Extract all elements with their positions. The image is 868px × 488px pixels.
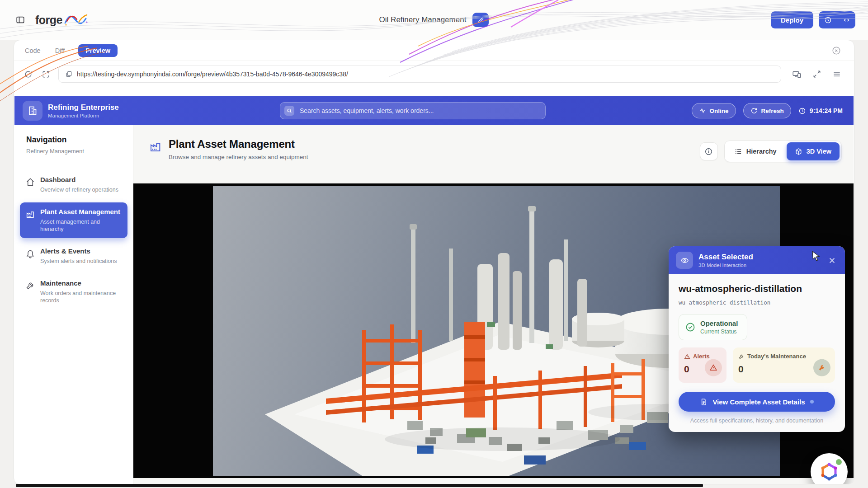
wrench-icon xyxy=(813,359,830,376)
close-preview-icon[interactable] xyxy=(829,45,844,56)
sidebar-item-alerts-events[interactable]: Alerts & Events System alerts and notifi… xyxy=(20,242,127,270)
pencil-icon xyxy=(477,17,484,23)
refresh-label: Refresh xyxy=(761,108,784,114)
logo-wave-icon xyxy=(63,12,89,28)
global-search[interactable] xyxy=(280,102,546,119)
preview-toolbar-actions xyxy=(791,69,845,80)
window-bottom-edge xyxy=(16,484,703,487)
building-icon xyxy=(23,101,42,121)
browser-toolbar: https://testing-dev.symphonyindai.com/fo… xyxy=(14,61,854,87)
view-tabs: Code Diff Preview xyxy=(14,40,854,61)
sidebar-subheading: Refinery Management xyxy=(26,148,121,155)
asset-selected-panel: Asset Selected 3D Model Interaction wu-a… xyxy=(669,246,845,432)
status-badge: Operational Current Status xyxy=(679,314,747,340)
search-input[interactable] xyxy=(299,107,541,115)
edit-title-button[interactable] xyxy=(472,13,489,27)
top-bar: forge Oil Refinery Management Deploy xyxy=(0,0,868,40)
home-icon xyxy=(25,177,35,187)
search-icon xyxy=(284,106,294,116)
online-status-badge[interactable]: Online xyxy=(692,103,736,118)
view-asset-details-button[interactable]: View Complete Asset Details xyxy=(679,392,835,412)
app-subtitle: Management Platform xyxy=(48,113,119,118)
asset-panel-title: Asset Selected xyxy=(698,253,753,262)
online-dot xyxy=(836,459,842,465)
eye-icon xyxy=(676,252,693,269)
fullscreen-icon[interactable] xyxy=(811,69,822,80)
tab-code[interactable]: Code xyxy=(24,45,42,56)
refresh-button[interactable]: Refresh xyxy=(743,103,791,118)
clock-icon xyxy=(798,107,806,115)
history-icon[interactable] xyxy=(819,11,837,28)
sidebar-item-description: Asset management and hierarchy xyxy=(40,218,122,233)
select-region-icon[interactable] xyxy=(41,69,51,80)
list-icon xyxy=(735,148,742,155)
code-icon[interactable] xyxy=(837,11,855,28)
sidebar-item-maintenance[interactable]: Maintenance Work orders and maintenance … xyxy=(20,274,127,310)
status-sublabel: Current Status xyxy=(700,328,738,335)
bell-icon xyxy=(25,249,35,258)
asset-panel-header: Asset Selected 3D Model Interaction xyxy=(669,246,845,274)
asset-name: wu-atmospheric-distillation xyxy=(679,283,835,294)
factory-icon xyxy=(149,140,162,153)
info-icon[interactable] xyxy=(700,142,718,160)
maintenance-stat-card: Today's Maintenance 0 xyxy=(733,347,835,383)
asset-panel-footnote: Access full specifications, history, and… xyxy=(679,418,835,424)
devices-icon[interactable] xyxy=(791,69,802,80)
sidebar-item-label: Plant Asset Management xyxy=(40,208,122,216)
close-icon[interactable] xyxy=(826,255,838,266)
url-text: https://testing-dev.symphonyindai.com/fo… xyxy=(77,70,348,78)
3d-viewport[interactable]: Asset Selected 3D Model Interaction wu-a… xyxy=(133,183,854,478)
view-toggle: Hierarchy 3D View xyxy=(724,141,842,162)
sidebar-item-dashboard[interactable]: Dashboard Overview of refinery operation… xyxy=(20,170,127,199)
online-label: Online xyxy=(710,108,729,114)
hierarchy-view-button[interactable]: Hierarchy xyxy=(726,142,785,160)
tab-preview[interactable]: Preview xyxy=(78,44,118,57)
reload-icon[interactable] xyxy=(23,69,33,80)
alerts-stat-card: Alerts 0 xyxy=(679,347,726,383)
warning-icon xyxy=(684,353,690,360)
page-copy-icon xyxy=(65,70,72,78)
check-circle-icon xyxy=(685,322,696,333)
status-dot xyxy=(810,400,814,404)
sidebar-item-label: Maintenance xyxy=(40,279,122,288)
tab-diff[interactable]: Diff xyxy=(54,45,66,56)
sidebar-item-description: Overview of refinery operations xyxy=(40,186,118,193)
cube-icon xyxy=(795,148,802,155)
sidebar-heading: Navigation xyxy=(26,135,121,145)
time-text: 9:14:24 PM xyxy=(810,107,843,114)
app-header: Refining Enterprise Management Platform … xyxy=(14,96,854,125)
3d-view-button[interactable]: 3D View xyxy=(787,142,840,160)
forge-logo: forge xyxy=(35,12,89,28)
asset-panel-subtitle: 3D Model Interaction xyxy=(698,263,753,268)
hierarchy-label: Hierarchy xyxy=(746,148,777,155)
deploy-button[interactable]: Deploy xyxy=(771,11,813,28)
factory-icon xyxy=(25,209,35,219)
wrench-icon xyxy=(738,353,745,360)
app-title: Refining Enterprise xyxy=(48,103,119,112)
sidebar-item-description: System alerts and notifications xyxy=(40,258,117,265)
maintenance-label: Today's Maintenance xyxy=(747,353,806,360)
cta-label: View Complete Asset Details xyxy=(712,398,805,406)
menu-icon[interactable] xyxy=(831,69,842,80)
sidebar-item-label: Dashboard xyxy=(40,176,118,184)
main-content: Plant Asset Management Browse and manage… xyxy=(133,125,854,484)
activity-icon xyxy=(699,107,706,114)
logo-text: forge xyxy=(35,14,62,27)
clock-display: 9:14:24 PM xyxy=(798,107,843,115)
project-title: Oil Refinery Management xyxy=(379,15,467,24)
refresh-icon xyxy=(750,107,758,114)
address-bar[interactable]: https://testing-dev.symphonyindai.com/fo… xyxy=(58,66,781,83)
warning-icon xyxy=(705,359,722,376)
sidebar-item-plant-asset-management[interactable]: Plant Asset Management Asset management … xyxy=(20,202,127,238)
alerts-label: Alerts xyxy=(693,353,710,360)
sidebar-toggle-icon[interactable] xyxy=(13,12,28,28)
3d-view-label: 3D View xyxy=(807,148,831,155)
navigation-sidebar: Navigation Refinery Management Dashboard… xyxy=(14,125,133,484)
document-icon xyxy=(700,398,708,406)
status-label: Operational xyxy=(700,319,738,327)
sidebar-item-label: Alerts & Events xyxy=(40,247,117,256)
page-title: Plant Asset Management xyxy=(169,138,308,150)
page-subtitle: Browse and manage refinery assets and eq… xyxy=(169,154,308,160)
workspace-card: Code Diff Preview https://testing-dev.sy… xyxy=(14,40,854,484)
wrench-icon xyxy=(25,281,35,291)
